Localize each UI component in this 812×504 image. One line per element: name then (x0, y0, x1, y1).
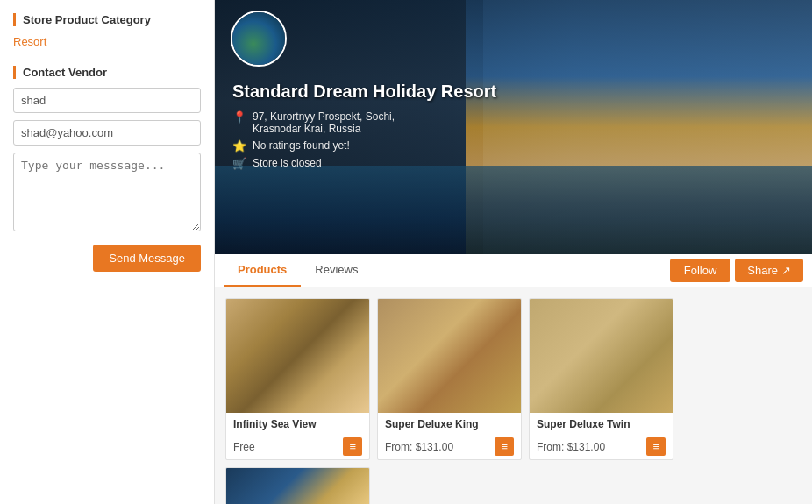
products-grid: Infinity Sea View Free ≡ Super Deluxe Ki… (215, 287, 812, 504)
product-price-1: From: $131.00 (385, 441, 453, 453)
product-image-3 (226, 468, 369, 504)
product-name-1: Super Deluxe King (378, 413, 521, 434)
cart-icon: 🛒 (232, 157, 246, 170)
share-icon: ↗ (781, 264, 791, 277)
category-section: Store Product Category Resort (13, 13, 201, 48)
product-menu-button-1[interactable]: ≡ (495, 437, 514, 456)
store-avatar (231, 11, 287, 67)
contact-name-input[interactable] (13, 88, 201, 113)
product-card-2: Super Deluxe Twin From: $131.00 ≡ (529, 298, 673, 460)
product-card-1: Super Deluxe King From: $131.00 ≡ (377, 298, 522, 460)
category-link[interactable]: Resort (13, 35, 46, 48)
banner-content: Standard Dream Holiday Resort 📍 97, Kuro… (215, 0, 812, 254)
product-menu-button-2[interactable]: ≡ (646, 437, 666, 456)
tab-products[interactable]: Products (224, 254, 301, 287)
contact-email-input[interactable] (13, 120, 201, 146)
product-footer-1: From: $131.00 ≡ (378, 434, 521, 459)
location-icon: 📍 (232, 110, 246, 124)
banner-address: 📍 97, Kurortnyy Prospekt, Sochi, Krasnod… (232, 110, 794, 135)
product-image-1 (378, 299, 521, 413)
share-button[interactable]: Share ↗ (735, 259, 803, 282)
tab-reviews[interactable]: Reviews (301, 254, 372, 287)
product-card-3: Panorama Ocean Suite From: $544.00 ≡ (225, 467, 370, 504)
star-icon: ⭐ (232, 139, 246, 153)
product-footer-0: Free ≡ (226, 434, 369, 459)
product-name-0: Infinity Sea View (226, 413, 369, 434)
product-image-2 (530, 299, 673, 413)
product-image-0 (226, 299, 369, 413)
contact-section-title: Contact Vendor (13, 66, 201, 79)
banner-info: 📍 97, Kurortnyy Prospekt, Sochi, Krasnod… (232, 110, 794, 170)
category-section-title: Store Product Category (13, 13, 201, 26)
banner-store-status: 🛒 Store is closed (232, 157, 794, 170)
product-name-2: Super Deluxe Twin (530, 413, 673, 434)
product-price-0: Free (233, 441, 255, 453)
address-text: 97, Kurortnyy Prospekt, Sochi, Krasnodar… (253, 110, 395, 135)
product-card-0: Infinity Sea View Free ≡ (225, 298, 370, 460)
product-menu-button-0[interactable]: ≡ (343, 437, 362, 456)
sidebar: Store Product Category Resort Contact Ve… (0, 0, 215, 504)
follow-button[interactable]: Follow (670, 259, 731, 282)
store-closed-badge: Store is closed (253, 157, 322, 169)
contact-section: Contact Vendor Send Message (13, 66, 201, 241)
contact-message-input[interactable] (13, 153, 201, 231)
send-message-button[interactable]: Send Message (93, 245, 201, 272)
store-name: Standard Dream Holiday Resort (232, 82, 794, 102)
banner-ratings: ⭐ No ratings found yet! (232, 139, 794, 153)
store-avatar-img (232, 12, 285, 65)
store-banner: Standard Dream Holiday Resort 📍 97, Kuro… (215, 0, 812, 254)
product-price-2: From: $131.00 (537, 441, 605, 453)
tabs-row: Products Reviews Follow Share ↗ (215, 254, 812, 287)
main-content: Standard Dream Holiday Resort 📍 97, Kuro… (215, 0, 812, 504)
product-footer-2: From: $131.00 ≡ (530, 434, 673, 459)
share-label: Share (747, 264, 778, 277)
